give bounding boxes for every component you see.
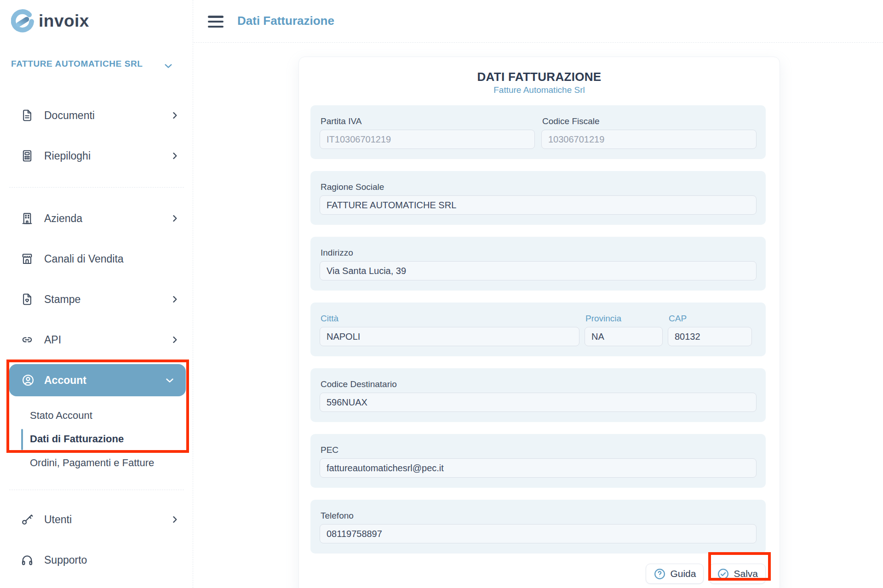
brand-icon	[11, 9, 35, 33]
partita-iva-input[interactable]	[320, 130, 535, 149]
sidebar-item-documenti[interactable]: Documenti	[0, 95, 193, 136]
active-indicator	[21, 429, 23, 450]
sidebar-item-label: Azienda	[44, 212, 82, 225]
link-icon	[20, 333, 34, 347]
check-circle-icon	[717, 568, 729, 580]
sidebar-item-label: Documenti	[44, 109, 95, 122]
chevron-down-icon	[163, 61, 173, 71]
calculator-icon	[20, 149, 34, 163]
sidebar-item-label: Supporto	[44, 554, 87, 566]
provincia-input[interactable]	[585, 327, 663, 346]
pec-label: PEC	[321, 445, 757, 455]
sidebar: invoix FATTURE AUTOMATICHE SRL Documenti	[0, 0, 193, 588]
panel-indirizzo: Indirizzo	[310, 237, 766, 291]
panel-ragione-sociale: Ragione Sociale	[310, 171, 766, 225]
codice-fiscale-label: Codice Fiscale	[542, 116, 757, 126]
key-icon	[20, 513, 34, 526]
cap-input[interactable]	[668, 327, 752, 346]
chevron-right-icon	[170, 335, 179, 344]
sidebar-item-canali-di-vendita[interactable]: Canali di Vendita	[0, 239, 193, 279]
sidebar-divider	[9, 187, 184, 188]
hamburger-menu-icon[interactable]	[208, 16, 224, 28]
panel-telefono: Telefono	[310, 500, 766, 554]
codice-destinatario-label: Codice Destinatario	[321, 379, 757, 389]
headphones-icon	[20, 553, 34, 567]
sidebar-item-stampe[interactable]: Stampe	[0, 279, 193, 320]
citta-label: Città	[321, 314, 579, 324]
question-circle-icon	[654, 568, 666, 580]
pec-input[interactable]	[320, 458, 757, 478]
codice-fiscale-input[interactable]	[541, 130, 757, 149]
sidebar-item-label: Canali di Vendita	[44, 253, 124, 265]
company-selector[interactable]: FATTURE AUTOMATICHE SRL	[11, 58, 163, 70]
brand-name: invoix	[39, 11, 89, 31]
telefono-input[interactable]	[320, 524, 757, 543]
ragione-sociale-label: Ragione Sociale	[321, 182, 757, 192]
storefront-icon	[20, 252, 34, 266]
sidebar-subitem-dati-di-fatturazione[interactable]: Dati di Fatturazione	[30, 429, 186, 449]
file-heart-icon	[20, 292, 34, 306]
sidebar-item-utenti[interactable]: Utenti	[0, 499, 193, 540]
panel-vat: Partita IVA Codice Fiscale	[310, 105, 766, 159]
chevron-right-icon	[170, 295, 179, 304]
salva-button[interactable]: Salva	[709, 564, 766, 584]
sidebar-item-label: API	[44, 334, 61, 346]
chevron-down-icon	[165, 375, 175, 385]
codice-destinatario-input[interactable]	[320, 393, 757, 412]
chevron-right-icon	[170, 151, 179, 160]
sidebar-item-api[interactable]: API	[0, 320, 193, 360]
sidebar-divider	[9, 490, 184, 490]
provincia-label: Provincia	[585, 314, 663, 324]
cap-label: CAP	[669, 314, 752, 324]
building-icon	[20, 211, 34, 225]
sidebar-item-riepiloghi[interactable]: Riepiloghi	[0, 136, 193, 176]
guida-button[interactable]: Guida	[646, 564, 704, 584]
document-icon	[20, 108, 34, 122]
sidebar-item-label: Stampe	[44, 293, 80, 306]
citta-input[interactable]	[320, 327, 579, 346]
card-subtitle: Fatture Automatiche Srl	[299, 85, 780, 95]
app-logo[interactable]: invoix	[11, 9, 89, 33]
panel-pec: PEC	[310, 434, 766, 488]
sidebar-subitem-stato-account[interactable]: Stato Account	[30, 405, 186, 426]
panel-codice-destinatario: Codice Destinatario	[310, 368, 766, 422]
sidebar-subitem-ordini-pagamenti-fatture[interactable]: Ordini, Pagamenti e Fatture	[30, 453, 186, 473]
sidebar-item-label: Riepiloghi	[44, 150, 91, 162]
chevron-right-icon	[170, 214, 179, 223]
page-title: Dati Fatturazione	[237, 14, 334, 28]
sidebar-item-account[interactable]: Account	[9, 364, 186, 396]
ragione-sociale-input[interactable]	[320, 195, 757, 215]
sidebar-item-azienda[interactable]: Azienda	[0, 198, 193, 239]
panel-location: Città Provincia CAP	[310, 303, 766, 356]
user-circle-icon	[21, 373, 35, 387]
telefono-label: Telefono	[321, 511, 757, 521]
indirizzo-input[interactable]	[320, 261, 757, 280]
sidebar-item-label: Utenti	[44, 514, 72, 526]
sidebar-item-label: Account	[44, 374, 86, 387]
card-title: DATI FATTURAZIONE	[299, 70, 780, 84]
sidebar-item-supporto[interactable]: Supporto	[0, 540, 193, 580]
guida-button-label: Guida	[670, 568, 696, 579]
indirizzo-label: Indirizzo	[321, 248, 757, 258]
chevron-right-icon	[170, 111, 179, 120]
salva-button-label: Salva	[734, 568, 758, 579]
chevron-right-icon	[170, 515, 179, 524]
partita-iva-label: Partita IVA	[321, 116, 535, 126]
billing-data-card: DATI FATTURAZIONE Fatture Automatiche Sr…	[298, 57, 780, 588]
